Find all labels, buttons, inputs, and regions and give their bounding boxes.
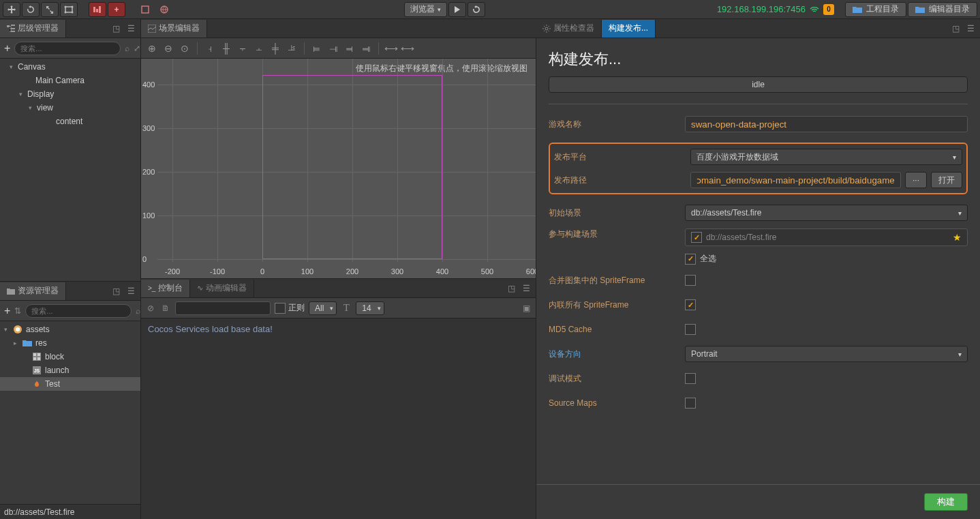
preview-target-dropdown[interactable]: 浏览器▾	[404, 2, 447, 17]
open-log-button[interactable]: 🗎	[160, 303, 171, 314]
star-icon[interactable]: ★	[953, 232, 962, 243]
scene-tab[interactable]: 场景编辑器	[141, 20, 207, 38]
tree-node-view[interactable]: ▾view	[0, 101, 140, 115]
menu-icon[interactable]: ☰	[965, 23, 976, 34]
console-tab[interactable]: >_控制台	[141, 280, 190, 297]
scene-icon	[148, 25, 156, 33]
distribute-v2-icon[interactable]: ⫥	[359, 42, 373, 55]
font-size-select[interactable]: 14	[356, 301, 384, 315]
snap-v-icon[interactable]: ⟷	[401, 42, 414, 55]
select-all-label: 全选	[700, 253, 716, 265]
merge-sprite-checkbox[interactable]	[685, 275, 696, 286]
y-tick: 100	[142, 211, 155, 220]
reload-button[interactable]	[468, 2, 485, 17]
align-vcenter-icon[interactable]: ╪	[269, 42, 282, 55]
move-tool-button[interactable]	[3, 2, 20, 17]
snap-h-icon[interactable]: ⟷	[384, 42, 398, 55]
distribute-h-icon[interactable]: ⫢	[310, 42, 324, 55]
log-level-select[interactable]: All	[309, 301, 337, 315]
zoom-fit-icon[interactable]: ⊙	[178, 42, 192, 55]
md5-checkbox[interactable]	[685, 324, 696, 335]
play-button[interactable]	[448, 2, 466, 17]
orientation-select[interactable]: Portrait	[685, 346, 968, 362]
console-tab-label: 控制台	[158, 282, 183, 294]
create-node-button[interactable]: +	[4, 43, 10, 54]
align-hcenter-icon[interactable]: ╫	[219, 42, 233, 55]
align-bottom-icon[interactable]: ⫡	[285, 42, 298, 55]
assets-search-input[interactable]	[25, 304, 132, 318]
browse-path-button[interactable]: ···	[905, 172, 927, 188]
regex-checkbox[interactable]: 正则	[275, 302, 305, 314]
tree-node-display[interactable]: ▾Display	[0, 87, 140, 101]
console-filter-input[interactable]	[175, 301, 271, 315]
x-tick: 500	[481, 267, 493, 276]
collapse-button[interactable]: ▣	[521, 303, 532, 314]
hierarchy-icon	[7, 25, 15, 33]
asset-row-assets[interactable]: ▾assets	[0, 323, 140, 336]
inline-sprite-checkbox[interactable]: ✓	[685, 299, 696, 310]
debug-checkbox[interactable]	[685, 373, 696, 384]
asset-row-launch[interactable]: JSlaunch	[0, 364, 140, 377]
properties-tab[interactable]: 属性检查器	[536, 20, 602, 38]
hierarchy-tab[interactable]: 层级管理器	[0, 20, 66, 38]
align-top-icon[interactable]: ⫠	[252, 42, 266, 55]
expand-all-icon[interactable]: ⤢	[134, 43, 140, 54]
zoom-out-icon[interactable]: ⊖	[162, 42, 175, 55]
game-name-label: 游戏名称	[549, 119, 685, 130]
record-button[interactable]	[89, 2, 106, 17]
clear-console-button[interactable]: ⊘	[145, 303, 156, 314]
detach-icon[interactable]: ◳	[110, 23, 121, 34]
asset-row-res[interactable]: ▸res	[0, 336, 140, 350]
align-right-icon[interactable]: ⫟	[236, 42, 249, 55]
platform-value: 百度小游戏开放数据域	[696, 151, 778, 163]
game-name-input[interactable]	[685, 116, 968, 132]
canvas-bounds	[262, 75, 442, 259]
distribute-v-icon[interactable]: ⫣	[326, 42, 340, 55]
scene-item-checkbox[interactable]: ✓	[691, 232, 702, 243]
build-scenes-list[interactable]: ✓db://assets/Test.fire ★	[685, 228, 968, 246]
platform-select[interactable]: 百度小游戏开放数据域	[690, 149, 962, 165]
rect-tool-button[interactable]	[60, 2, 78, 17]
tree-node-content[interactable]: content	[0, 115, 140, 128]
scene-canvas[interactable]: 使用鼠标右键平移视窗焦点，使用滚轮缩放视图 400 30	[141, 59, 536, 278]
orientation-label[interactable]: 设备方向	[549, 349, 685, 360]
menu-icon[interactable]: ☰	[125, 286, 136, 297]
menu-icon[interactable]: ☰	[521, 283, 532, 294]
zoom-in-icon[interactable]: ⊕	[145, 42, 159, 55]
menu-icon[interactable]: ☰	[125, 23, 136, 34]
tree-node-main-camera[interactable]: Main Camera	[0, 74, 140, 87]
sourcemaps-checkbox[interactable]	[685, 398, 696, 409]
asset-row-test[interactable]: Test	[0, 377, 140, 391]
detach-icon[interactable]: ◳	[506, 283, 517, 294]
select-all-row[interactable]: ✓全选	[685, 253, 968, 265]
world-toggle-button[interactable]	[155, 2, 173, 17]
svg-rect-11	[11, 25, 15, 26]
detach-icon[interactable]: ◳	[110, 286, 121, 297]
asset-row-block[interactable]: block	[0, 350, 140, 364]
align-left-icon[interactable]: ⫞	[203, 42, 217, 55]
sort-button[interactable]: ⇅	[14, 306, 21, 316]
project-dir-button[interactable]: 工程目录	[845, 2, 906, 17]
select-all-checkbox[interactable]: ✓	[685, 254, 696, 265]
inline-sprite-label: 内联所有 SpriteFrame	[549, 299, 685, 311]
assets-tab[interactable]: 资源管理器	[0, 282, 66, 300]
detach-icon[interactable]: ◳	[950, 23, 961, 34]
scale-tool-button[interactable]	[41, 2, 59, 17]
create-asset-button[interactable]: +	[4, 306, 10, 316]
open-path-button[interactable]: 打开	[931, 172, 962, 188]
animation-tab[interactable]: ∿动画编辑器	[190, 280, 254, 297]
start-scene-select[interactable]: db://assets/Test.fire	[685, 205, 968, 221]
build-tab[interactable]: 构建发布...	[602, 20, 656, 38]
tree-node-canvas[interactable]: ▾Canvas	[0, 60, 140, 74]
distribute-h2-icon[interactable]: ⫤	[343, 42, 356, 55]
search-icon[interactable]: ⌕	[125, 43, 129, 54]
hierarchy-search-input[interactable]	[14, 42, 121, 55]
build-panel-title: 构建发布...	[536, 38, 980, 76]
align-tool-button[interactable]	[136, 2, 154, 17]
build-button[interactable]: 构建	[924, 493, 968, 511]
editor-dir-button[interactable]: 编辑器目录	[908, 2, 977, 17]
build-path-input[interactable]	[690, 172, 901, 188]
console-toolbar: ⊘ 🗎 正则 All T 14 ▣	[141, 298, 536, 318]
rotate-tool-button[interactable]	[22, 2, 40, 17]
stop-record-button[interactable]: +	[108, 2, 125, 17]
